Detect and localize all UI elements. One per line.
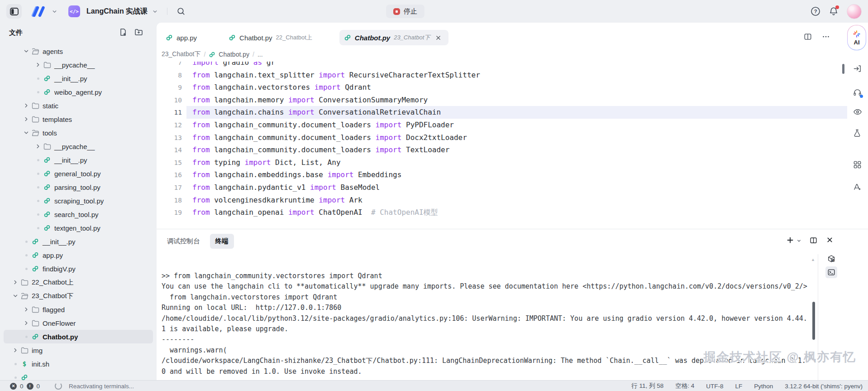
new-terminal-button[interactable] — [787, 237, 794, 244]
tree-folder-row[interactable]: agents — [4, 44, 153, 58]
help-icon[interactable]: ? — [811, 6, 820, 16]
chevron-down-icon — [11, 293, 20, 299]
split-panel-icon[interactable] — [810, 237, 817, 244]
editor-tab[interactable]: app.py — [161, 30, 204, 45]
tree-file-row[interactable]: search_tool.py — [4, 208, 153, 221]
tree-file-row[interactable]: __init__.py — [4, 72, 153, 85]
tree-file-row[interactable]: app.py — [4, 248, 153, 262]
tree-file-row[interactable]: parsing_tool.py — [4, 180, 153, 194]
status-python-interpreter[interactable]: 3.12.2 64-bit ('shims': pyenv) — [785, 383, 863, 390]
tree-file-row[interactable]: __init__.py — [4, 235, 153, 248]
close-tab-icon[interactable] — [435, 35, 441, 41]
python-file-icon — [31, 265, 40, 272]
tree-file-row[interactable] — [4, 371, 153, 380]
editor-tabs: app.pyChatbot.py22_Chatbot上Chatbot.py23_… — [161, 30, 448, 45]
notifications-bell-icon[interactable] — [829, 6, 839, 16]
terminal-line: from langchain.vectorstores import Qdran… — [162, 292, 816, 303]
code-line: 17from langchain.pydantic_v1 import Base… — [157, 181, 847, 194]
breadcrumb-more[interactable]: ... — [258, 51, 263, 58]
search-icon[interactable] — [176, 7, 186, 16]
support-headset-icon[interactable] — [853, 88, 862, 97]
file-name: textgen_tool.py — [54, 224, 100, 232]
split-editor-icon[interactable] — [804, 33, 812, 41]
status-language-mode[interactable]: Python — [754, 383, 773, 390]
python-file-icon — [43, 224, 52, 232]
app-logo[interactable] — [30, 6, 47, 17]
tree-file-row[interactable]: findbigV.py — [4, 262, 153, 275]
tree-file-row[interactable]: Chatbot.py — [4, 330, 153, 343]
tree-file-row[interactable]: __init__.py — [4, 153, 153, 167]
folder-open-icon — [20, 293, 29, 299]
file-explorer: 文件 agents__pycache____init__.pyweibo_age… — [0, 23, 157, 380]
status-eol[interactable]: LF — [735, 383, 742, 390]
python-file-icon — [209, 51, 215, 58]
file-dot-icon — [33, 186, 43, 188]
code-text: from langchain_openai import ChatOpenAI … — [192, 206, 438, 219]
workspace-name[interactable]: LangChain 实战课 — [86, 7, 148, 16]
more-actions-icon[interactable] — [822, 33, 830, 41]
file-dot-icon — [22, 268, 31, 270]
terminal-line: Running on local URL: http://127.0.0.1:7… — [162, 303, 816, 313]
code-line: 7import gradio as gr — [157, 62, 847, 69]
status-cursor-position[interactable]: 行 11, 列 58 — [631, 382, 663, 390]
tree-folder-row[interactable]: 23_Chatbot下 — [4, 289, 153, 303]
tree-folder-row[interactable]: static — [4, 99, 153, 112]
tree-file-row[interactable]: textgen_tool.py — [4, 221, 153, 235]
panel-tab[interactable]: 调试控制台 — [162, 234, 205, 249]
terminal-dropdown-chevron-icon[interactable] — [796, 238, 801, 243]
tree-file-row[interactable]: $init.sh — [4, 357, 153, 371]
tree-folder-row[interactable]: __pycache__ — [4, 58, 153, 72]
new-folder-button[interactable] — [134, 28, 143, 36]
tree-folder-row[interactable]: templates — [4, 112, 153, 126]
editor-tab[interactable]: Chatbot.py22_Chatbot上 — [224, 30, 320, 45]
line-number: 16 — [157, 169, 192, 182]
export-icon[interactable] — [853, 64, 862, 73]
python-file-icon — [20, 374, 29, 380]
python-file-icon — [43, 183, 52, 191]
sandbox-cube-icon[interactable]: s — [825, 253, 837, 265]
code-text: from langchain.pydantic_v1 import BaseMo… — [192, 181, 380, 194]
stop-button[interactable]: 停止 — [386, 5, 424, 18]
new-file-button[interactable] — [119, 28, 127, 36]
tree-folder-row[interactable]: OneFlower — [4, 316, 153, 330]
terminal-line: /cloudide/workspace/LangChain-shizhanke/… — [162, 356, 816, 366]
tree-folder-row[interactable]: 22_Chatbot上 — [4, 275, 153, 289]
status-indentation[interactable]: 空格: 4 — [675, 382, 694, 390]
status-encoding[interactable]: UTF-8 — [706, 383, 723, 390]
editor-scrollbar[interactable] — [842, 64, 844, 74]
extensions-grid-icon[interactable] — [853, 160, 862, 169]
chevron-down-icon[interactable] — [152, 9, 158, 14]
terminal-output[interactable]: >> from langchain_community.vectorstores… — [162, 271, 816, 380]
code-text: from langchain.embeddings.base import Em… — [192, 169, 401, 181]
scroll-top-indicator: ▲ — [811, 257, 815, 262]
tree-folder-row[interactable]: img — [4, 343, 153, 357]
problems-status[interactable]: ✕ 0 ! 0 Reactivating terminals... — [0, 382, 134, 390]
panel-tab[interactable]: 终端 — [210, 234, 234, 249]
chevron-right-icon — [11, 347, 20, 353]
chevron-down-icon[interactable] — [52, 9, 57, 14]
editor-tab[interactable]: Chatbot.py23_Chatbot下 — [339, 30, 449, 45]
terminal-scrollbar[interactable] — [812, 302, 815, 340]
tree-file-row[interactable]: weibo_agent.py — [4, 85, 153, 99]
terminal-session-icon[interactable] — [825, 266, 837, 278]
tree-folder-row[interactable]: tools — [4, 126, 153, 140]
top-bar: </> LangChain 实战课 停止 ? — [0, 0, 868, 23]
file-name: __init__.py — [54, 75, 87, 82]
font-settings-icon[interactable] — [853, 183, 862, 191]
file-dot-icon — [11, 363, 20, 365]
breadcrumb-file[interactable]: Chatbot.py — [219, 51, 249, 58]
tree-folder-row[interactable]: __pycache__ — [4, 140, 153, 153]
tree-file-row[interactable]: scraping_tool.py — [4, 194, 153, 208]
avatar[interactable] — [847, 4, 862, 19]
tree-file-row[interactable]: general_tool.py — [4, 167, 153, 180]
close-panel-icon[interactable] — [826, 237, 833, 243]
toggle-sidebar-button[interactable] — [6, 4, 22, 19]
flask-test-icon[interactable] — [853, 129, 861, 137]
breadcrumb-folder[interactable]: 23_Chatbot下 — [162, 50, 200, 58]
folder-icon — [31, 320, 40, 327]
eye-preview-icon[interactable] — [853, 107, 862, 116]
tree-folder-row[interactable]: flagged — [4, 303, 153, 316]
line-number: 15 — [157, 157, 192, 169]
folder-name: __pycache__ — [54, 61, 95, 69]
code-editor[interactable]: 7import gradio as gr8from langchain.text… — [157, 62, 847, 229]
